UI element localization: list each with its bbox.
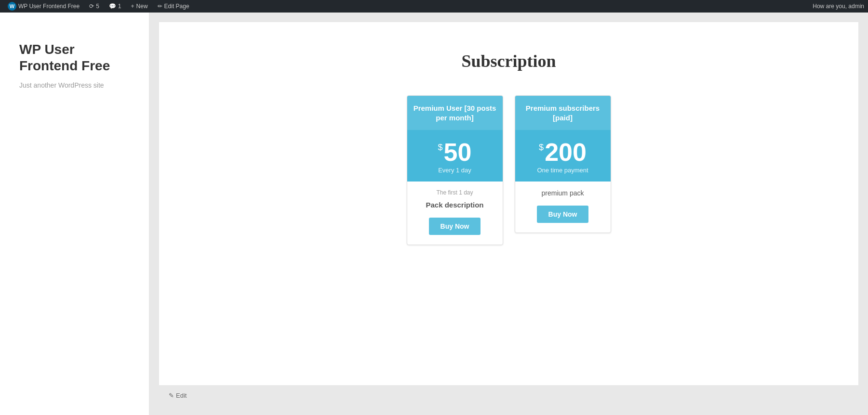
pencil-icon: ✏ — [158, 3, 162, 10]
edit-link-label: Edit — [176, 392, 187, 399]
price-dollar-1: $ — [438, 143, 443, 153]
content-footer: ✎ Edit — [159, 385, 858, 405]
comments-icon: 💬 — [109, 3, 116, 10]
sidebar: WP User Frontend Free Just another WordP… — [0, 13, 149, 415]
edit-page-item[interactable]: ✏ Edit Page — [154, 0, 193, 13]
plan-body-1: The first 1 day Pack description Buy Now — [407, 182, 503, 245]
comments-item[interactable]: 💬 1 — [105, 0, 125, 13]
wp-logo-icon: W — [8, 2, 16, 11]
plan-header-2: Premium subscribers [paid] — [515, 96, 611, 130]
edit-page-label: Edit Page — [164, 3, 189, 10]
site-title: WP User Frontend Free — [19, 41, 130, 74]
admin-bar: W WP User Frontend Free ⟳ 5 💬 1 + New ✏ … — [0, 0, 868, 13]
plan-body-2: premium pack Buy Now — [515, 182, 611, 233]
site-name-label: WP User Frontend Free — [18, 3, 80, 10]
plan-trial-1: The first 1 day — [415, 189, 495, 196]
plan-price-2: $ 200 — [521, 140, 605, 165]
price-amount-1: 50 — [444, 140, 472, 165]
edit-link[interactable]: ✎ Edit — [169, 392, 187, 399]
plan-card-2: Premium subscribers [paid] $ 200 One tim… — [515, 95, 611, 233]
greeting-text: How are you, admin — [813, 3, 864, 10]
plan-price-1: $ 50 — [413, 140, 497, 165]
wp-logo-item[interactable]: W WP User Frontend Free — [4, 0, 83, 13]
plan-description-2: premium pack — [523, 189, 603, 197]
price-period-1: Every 1 day — [413, 167, 497, 174]
edit-link-pencil-icon: ✎ — [169, 392, 174, 399]
buy-now-button-1[interactable]: Buy Now — [429, 218, 481, 235]
new-label: New — [136, 3, 148, 10]
plus-icon: + — [131, 3, 134, 10]
price-amount-2: 200 — [545, 140, 587, 165]
content-area: Subscription Premium User [30 posts per … — [159, 22, 858, 385]
main-content: Subscription Premium User [30 posts per … — [149, 13, 868, 415]
site-tagline: Just another WordPress site — [19, 81, 130, 89]
plan-description-1: Pack description — [415, 201, 495, 209]
price-dollar-2: $ — [539, 143, 544, 153]
new-item[interactable]: + New — [127, 0, 152, 13]
page-wrapper: WP User Frontend Free Just another WordP… — [0, 13, 868, 415]
updates-icon: ⟳ — [89, 3, 94, 10]
plan-title-1: Premium User [30 posts per month] — [414, 104, 496, 122]
plan-price-block-1: $ 50 Every 1 day — [407, 130, 503, 182]
plan-title-2: Premium subscribers [paid] — [526, 104, 600, 122]
price-period-2: One time payment — [521, 167, 605, 174]
updates-count: 5 — [96, 3, 99, 10]
plan-price-block-2: $ 200 One time payment — [515, 130, 611, 182]
admin-bar-greeting: How are you, admin — [813, 3, 864, 10]
subscription-heading: Subscription — [198, 51, 820, 71]
plan-header-1: Premium User [30 posts per month] — [407, 96, 503, 130]
plan-card-1: Premium User [30 posts per month] $ 50 E… — [407, 95, 503, 245]
buy-now-button-2[interactable]: Buy Now — [537, 206, 589, 223]
admin-bar-left: W WP User Frontend Free ⟳ 5 💬 1 + New ✏ … — [4, 0, 813, 13]
updates-item[interactable]: ⟳ 5 — [85, 0, 103, 13]
comments-count: 1 — [118, 3, 121, 10]
plans-container: Premium User [30 posts per month] $ 50 E… — [198, 95, 820, 245]
